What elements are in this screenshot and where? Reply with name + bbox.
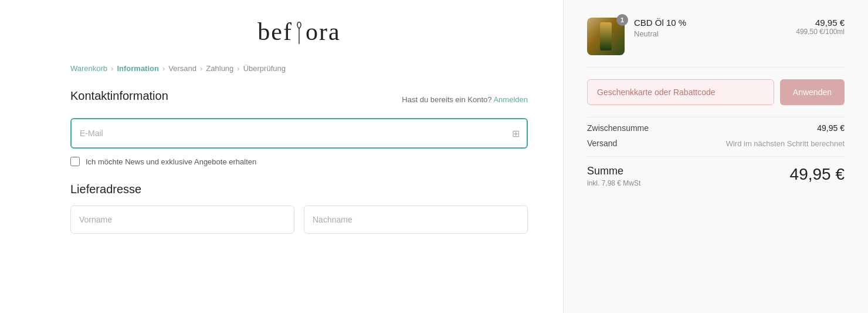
newsletter-label[interactable]: Ich möchte News und exklusive Angebote e… <box>86 157 256 166</box>
email-input-wrapper: ⊞ <box>70 118 528 149</box>
breadcrumb-warenkorb[interactable]: Warenkorb <box>70 64 107 73</box>
summary-divider <box>587 156 845 157</box>
delivery-title: Lieferadresse <box>70 183 528 196</box>
product-prices: 49,95 € 499,50 €/100ml <box>796 18 845 36</box>
logo-area: bef ora <box>70 18 528 46</box>
subtotal-value: 49,95 € <box>817 123 845 133</box>
product-name: CBD Öl 10 % <box>634 18 786 28</box>
logo: bef ora <box>257 18 340 46</box>
product-badge: 1 <box>616 14 628 26</box>
breadcrumb-sep-4: › <box>237 64 239 73</box>
coupon-input[interactable] <box>587 79 774 105</box>
email-input[interactable] <box>70 118 528 149</box>
total-label-group: Summe inkl. 7,98 € MwSt <box>587 165 640 187</box>
coupon-row: Anwenden <box>587 79 845 105</box>
breadcrumb-sep-1: › <box>111 64 113 73</box>
product-price: 49,95 € <box>796 18 845 28</box>
right-panel: 1 CBD Öl 10 % Neutral 49,95 € 499,50 €/1… <box>563 0 868 313</box>
shipping-row: Versand Wird im nächsten Schritt berechn… <box>587 139 845 148</box>
product-info: CBD Öl 10 % Neutral <box>634 18 786 38</box>
total-tax: inkl. 7,98 € MwSt <box>587 179 640 187</box>
product-variant: Neutral <box>634 29 786 38</box>
coupon-button[interactable]: Anwenden <box>780 79 845 105</box>
login-prompt: Hast du bereits ein Konto? Anmelden <box>402 95 528 104</box>
total-label: Summe <box>587 165 640 177</box>
login-link[interactable]: Anmelden <box>493 95 528 104</box>
left-panel: bef ora Warenkorb › Information › Versan… <box>0 0 563 313</box>
product-row: 1 CBD Öl 10 % Neutral 49,95 € 499,50 €/1… <box>587 18 845 68</box>
contact-card-icon: ⊞ <box>512 128 520 139</box>
subtotal-label: Zwischensumme <box>587 123 649 133</box>
breadcrumb-ueberpruefung: Überprüfung <box>243 64 286 73</box>
breadcrumb-sep-3: › <box>200 64 202 73</box>
newsletter-row: Ich möchte News und exklusive Angebote e… <box>70 157 528 166</box>
total-amount: 49,95 € <box>790 165 845 184</box>
contact-header: Kontaktinformation Hast du bereits ein K… <box>70 89 528 110</box>
breadcrumb: Warenkorb › Information › Versand › Zahl… <box>70 64 528 73</box>
newsletter-checkbox[interactable] <box>70 157 80 166</box>
product-price-per: 499,50 €/100ml <box>796 28 845 36</box>
breadcrumb-sep-2: › <box>162 64 165 73</box>
summary-section: Zwischensumme 49,95 € Versand Wird im nä… <box>587 117 845 187</box>
shipping-value: Wird im nächsten Schritt berechnet <box>726 139 845 148</box>
subtotal-row: Zwischensumme 49,95 € <box>587 123 845 133</box>
product-image-inner <box>600 22 612 51</box>
name-row <box>70 206 528 234</box>
logo-leaf <box>293 18 306 46</box>
contact-title: Kontaktinformation <box>70 89 168 103</box>
shipping-label: Versand <box>587 139 617 148</box>
product-image-wrapper: 1 <box>587 18 625 55</box>
total-row: Summe inkl. 7,98 € MwSt 49,95 € <box>587 165 845 187</box>
firstname-input[interactable] <box>70 206 294 234</box>
breadcrumb-zahlung: Zahlung <box>206 64 233 73</box>
breadcrumb-information: Information <box>117 64 159 73</box>
lastname-input[interactable] <box>304 206 528 234</box>
breadcrumb-versand: Versand <box>168 64 196 73</box>
